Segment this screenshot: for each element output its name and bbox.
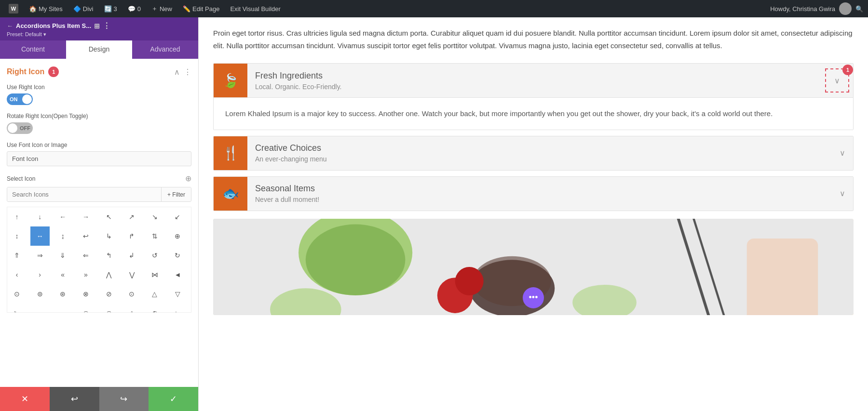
icon-cell[interactable]: ⊘ <box>99 284 119 304</box>
icon-cell[interactable]: ► <box>168 304 187 313</box>
floating-action-button[interactable]: ••• <box>523 287 544 308</box>
icon-cell[interactable]: ▷ <box>7 304 27 313</box>
icon-cell[interactable]: ↕ <box>7 226 27 246</box>
icon-cell[interactable]: △ <box>145 284 164 304</box>
user-avatar[interactable] <box>839 2 852 15</box>
icon-cell[interactable]: ⋁ <box>122 265 141 284</box>
icon-cell[interactable]: ↑ <box>7 207 27 226</box>
howdy-text: Howdy, Christina Gwira <box>770 5 835 13</box>
icon-cell[interactable]: ⇓ <box>53 246 72 265</box>
accordion-icon-box-2: 🍴 <box>214 136 247 170</box>
icon-cell[interactable]: ○ <box>53 304 72 313</box>
filter-button[interactable]: + Filter <box>161 187 191 201</box>
icon-cell[interactable]: ⇒ <box>30 246 50 265</box>
use-right-icon-toggle[interactable]: ON <box>7 93 33 105</box>
icon-cell[interactable]: ↳ <box>99 226 119 246</box>
icon-cell[interactable]: ↺ <box>145 246 164 265</box>
wp-logo[interactable]: W <box>5 0 22 17</box>
accordion-item-3: 🐟 Seasonal Items Never a dull moment! ∨ <box>213 176 854 211</box>
food-image-section: ••• <box>213 219 854 315</box>
panel-preset[interactable]: Preset: Default ▾ <box>7 31 110 38</box>
icon-cell[interactable]: ↱ <box>122 226 141 246</box>
tab-advanced[interactable]: Advanced <box>132 40 198 59</box>
icon-cell[interactable]: ⇐ <box>76 246 95 265</box>
icon-cell[interactable]: ↓ <box>30 207 50 226</box>
icon-cell[interactable]: ⊙ <box>7 284 27 304</box>
tab-content[interactable]: Content <box>0 40 66 59</box>
icon-cell[interactable]: ▽ <box>168 284 187 304</box>
icon-cell[interactable]: ↰ <box>99 246 119 265</box>
icon-cell[interactable]: ↘ <box>145 207 164 226</box>
redo-button[interactable]: ↪ <box>99 387 149 411</box>
tab-design[interactable]: Design <box>66 40 132 59</box>
icon-cell[interactable]: → <box>76 207 95 226</box>
icon-cell[interactable]: ● <box>30 304 50 313</box>
icon-cell[interactable]: › <box>30 265 50 284</box>
fish-icon: 🐟 <box>222 186 239 201</box>
icon-cell[interactable]: ◄ <box>168 265 187 284</box>
cancel-button[interactable]: ✕ <box>0 387 50 411</box>
accordion-chevron-3[interactable]: ∨ <box>832 189 853 198</box>
confirm-button[interactable]: ✓ <box>149 387 198 411</box>
accordion-header-text-2: Creative Choices An ever-changing menu <box>247 137 832 169</box>
my-sites-menu[interactable]: 🏠 My Sites <box>25 0 67 17</box>
accordion-chevron-box-1[interactable]: ∨ 1 <box>825 68 849 93</box>
accordion-header-2[interactable]: 🍴 Creative Choices An ever-changing menu… <box>214 136 853 170</box>
exit-builder-btn[interactable]: Exit Visual Builder <box>226 0 285 17</box>
accordion-title-3: Seasonal Items <box>255 184 824 194</box>
accordion-chevron-2[interactable]: ∨ <box>832 148 853 158</box>
icon-cell[interactable]: ⋈ <box>145 265 164 284</box>
icon-cell[interactable]: ↨ <box>53 226 72 246</box>
undo-button[interactable]: ↩ <box>50 387 99 411</box>
font-icon-select[interactable]: Font Icon Image <box>7 151 191 166</box>
icon-cell[interactable]: « <box>53 265 72 284</box>
target-icon[interactable]: ⊕ <box>185 174 191 183</box>
icon-cell[interactable]: ↩ <box>76 226 95 246</box>
icon-cell[interactable]: ↻ <box>168 246 187 265</box>
icon-cell[interactable]: ◎ <box>76 304 95 313</box>
icon-search-input[interactable] <box>7 187 161 201</box>
icon-grid: ↑↓←→↖↗↘↙↕↔↨↩↳↱⇅⊕⇑⇒⇓⇐↰↲↺↻‹›«»⋀⋁⋈◄⊙⊚⊛⊗⊘⊙△▽… <box>7 207 191 313</box>
icon-cell[interactable]: ⊛ <box>53 284 72 304</box>
chevron-down-icon-2: ∨ <box>840 149 845 157</box>
icon-cell[interactable]: ⊚ <box>30 284 50 304</box>
divi-menu[interactable]: 🔷 Divi <box>69 0 97 17</box>
accordion-header-text-3: Seasonal Items Never a dull moment! <box>247 178 832 209</box>
icon-cell[interactable]: ⊗ <box>76 284 95 304</box>
more-options-icon[interactable]: ⋮ <box>103 21 110 30</box>
icon-cell[interactable]: ‹ <box>7 265 27 284</box>
accordion-header-1[interactable]: 🍃 Fresh Ingredients Local. Organic. Eco-… <box>214 64 853 97</box>
icon-cell[interactable]: ← <box>53 207 72 226</box>
icon-cell[interactable]: ◉ <box>99 304 119 313</box>
icon-cell[interactable]: ↗ <box>122 207 141 226</box>
more-icon[interactable]: ⋮ <box>184 67 191 77</box>
comments-menu[interactable]: 💬 0 <box>124 0 145 17</box>
main-layout: ← Accordions Plus Item S... ⊞ ⋮ Preset: … <box>0 17 868 411</box>
icon-cell[interactable]: ↖ <box>99 207 119 226</box>
edit-page-btn[interactable]: ✏️ Edit Page <box>179 0 223 17</box>
icon-cell[interactable]: ◐ <box>145 304 164 313</box>
icon-cell[interactable]: ↙ <box>168 207 187 226</box>
rotate-right-icon-toggle[interactable]: OFF <box>7 122 33 134</box>
icon-cell[interactable]: ⋀ <box>99 265 119 284</box>
icon-cell[interactable]: ⊙ <box>122 284 141 304</box>
grid-icon[interactable]: ⊞ <box>94 22 100 30</box>
plus-icon: ＋ <box>151 4 158 13</box>
select-icon-row: Select Icon ⊕ + Filter ↑↓←→↖↗↘↙↕↔↨↩↳↱⇅⊕⇑… <box>7 174 191 313</box>
icon-cell[interactable]: ⇅ <box>145 226 164 246</box>
new-menu[interactable]: ＋ New <box>148 0 176 17</box>
circle-menu[interactable]: 🔄 3 <box>100 0 121 17</box>
icon-cell[interactable]: ⊕ <box>168 226 187 246</box>
icon-cell[interactable]: ↲ <box>122 246 141 265</box>
confirm-icon: ✓ <box>170 394 177 404</box>
admin-bar-right: Howdy, Christina Gwira 🔍 <box>770 2 863 15</box>
icon-cell[interactable]: » <box>76 265 95 284</box>
search-icon[interactable]: 🔍 <box>855 5 863 13</box>
svg-point-6 <box>455 267 484 295</box>
icon-cell[interactable]: ↔ <box>30 226 50 246</box>
icon-cell[interactable]: ⇑ <box>7 246 27 265</box>
accordion-header-3[interactable]: 🐟 Seasonal Items Never a dull moment! ∨ <box>214 177 853 211</box>
icon-cell[interactable]: ◈ <box>122 304 141 313</box>
collapse-icon[interactable]: ∧ <box>174 67 180 77</box>
back-arrow-icon[interactable]: ← <box>7 22 13 29</box>
